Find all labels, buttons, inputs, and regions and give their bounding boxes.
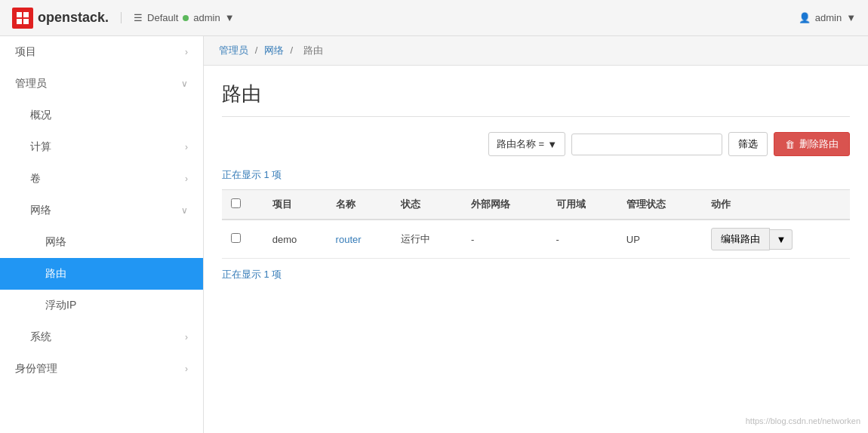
status-text-bottom: 正在显示 1 项 [222, 268, 850, 281]
delete-router-button[interactable]: 🗑 删除路由 [774, 132, 850, 156]
logo: openstack. [12, 8, 109, 29]
openstack-logo-icon [12, 8, 33, 29]
breadcrumb-sep1: / [255, 45, 260, 56]
sidebar-label-system: 系统 [30, 330, 51, 344]
navbar: openstack. ☰ Default admin ▼ 👤 admin ▼ [0, 0, 868, 36]
row-status: 运行中 [392, 220, 462, 259]
chevron-icon-network: ∨ [181, 205, 188, 216]
current-user: admin [193, 12, 220, 23]
navbar-user-dropdown: ▼ [846, 12, 856, 23]
navbar-left: openstack. ☰ Default admin ▼ [12, 8, 235, 29]
router-table: 项目 名称 状态 外部网络 可用域 管理状态 动作 demo router 运 [222, 189, 850, 259]
chevron-icon-project: › [185, 47, 188, 57]
sidebar-label-network: 网络 [30, 204, 51, 217]
sidebar-item-project[interactable]: 项目 › [0, 36, 203, 68]
col-status: 状态 [392, 190, 462, 220]
sidebar-item-compute[interactable]: 计算 › [0, 131, 203, 163]
breadcrumb-current: 路由 [303, 45, 323, 56]
action-group: 编辑路由 ▼ [711, 228, 841, 250]
sidebar-item-network-sub[interactable]: 网络 [0, 226, 203, 258]
project-dropdown-icon: ▼ [225, 12, 235, 23]
sidebar-label-admin: 管理员 [15, 77, 47, 91]
chevron-icon-system: › [185, 332, 188, 342]
row-checkbox-cell [222, 220, 263, 259]
col-action: 动作 [702, 190, 850, 220]
chevron-icon-admin: ∨ [181, 78, 188, 89]
filter-bar: 路由名称 = ▼ 筛选 🗑 删除路由 [222, 132, 850, 156]
watermark: https://blog.csdn.net/networken [746, 416, 860, 425]
row-project: demo [263, 220, 327, 259]
user-icon: 👤 [799, 12, 811, 23]
col-checkbox [222, 190, 263, 220]
svg-rect-3 [23, 19, 29, 24]
row-availability-zone: - [547, 220, 617, 259]
select-all-checkbox[interactable] [231, 198, 241, 208]
row-action-cell: 编辑路由 ▼ [702, 220, 850, 259]
action-dropdown-button[interactable]: ▼ [770, 229, 793, 250]
sidebar-label-identity: 身份管理 [15, 362, 57, 376]
sidebar-label-overview: 概况 [30, 109, 51, 122]
sidebar-label-compute: 计算 [30, 140, 51, 154]
logo-text: openstack. [38, 10, 109, 26]
sidebar-label-project: 项目 [15, 45, 36, 59]
edit-router-button[interactable]: 编辑路由 [711, 228, 770, 250]
project-switcher-icon: ☰ [134, 12, 143, 23]
row-checkbox[interactable] [231, 233, 241, 243]
sidebar-label-floating-ip: 浮动IP [45, 299, 76, 312]
filter-input[interactable] [571, 134, 722, 155]
filter-select[interactable]: 路由名称 = ▼ [488, 132, 565, 156]
content-area: 管理员 / 网络 / 路由 路由 路由名称 = ▼ 筛选 🗑 删除路由 [204, 36, 868, 433]
main-layout: 项目 › 管理员 ∨ 概况 计算 › 卷 › 网络 ∨ 网络 路由 浮动IP [0, 36, 868, 433]
sidebar-label-volumes: 卷 [30, 172, 41, 186]
page-content: 路由 路由名称 = ▼ 筛选 🗑 删除路由 正在显示 1 项 [204, 66, 868, 304]
chevron-icon-compute: › [185, 142, 188, 152]
svg-rect-0 [17, 12, 22, 17]
navbar-right[interactable]: 👤 admin ▼ [799, 12, 856, 23]
chevron-icon-volumes: › [185, 174, 188, 184]
page-title: 路由 [222, 81, 850, 117]
col-availability-zone: 可用域 [547, 190, 617, 220]
chevron-icon-identity: › [185, 364, 188, 374]
row-external-network: - [462, 220, 547, 259]
filter-select-dropdown-icon: ▼ [547, 139, 557, 150]
col-admin-state: 管理状态 [617, 190, 703, 220]
router-link[interactable]: router [336, 234, 362, 245]
status-dot [183, 15, 189, 21]
sidebar-label-network-sub: 网络 [45, 235, 66, 249]
table-row: demo router 运行中 - - UP 编辑路由 ▼ [222, 220, 850, 259]
sidebar-item-identity[interactable]: 身份管理 › [0, 353, 203, 385]
project-name: Default [147, 12, 178, 23]
sidebar-item-admin[interactable]: 管理员 ∨ [0, 68, 203, 100]
col-external-network: 外部网络 [462, 190, 547, 220]
filter-select-label: 路由名称 = [497, 137, 544, 151]
breadcrumb: 管理员 / 网络 / 路由 [204, 36, 868, 66]
delete-icon: 🗑 [785, 139, 795, 150]
project-switcher[interactable]: ☰ Default admin ▼ [121, 12, 235, 23]
sidebar-item-system[interactable]: 系统 › [0, 321, 203, 353]
svg-rect-2 [17, 19, 22, 24]
col-project: 项目 [263, 190, 327, 220]
filter-button[interactable]: 筛选 [728, 132, 768, 156]
sidebar-label-router: 路由 [45, 267, 66, 281]
table-header: 项目 名称 状态 外部网络 可用域 管理状态 动作 [222, 190, 850, 220]
sidebar-item-network[interactable]: 网络 ∨ [0, 195, 203, 226]
breadcrumb-sep2: / [290, 45, 295, 56]
row-name: router [327, 220, 392, 259]
sidebar: 项目 › 管理员 ∨ 概况 计算 › 卷 › 网络 ∨ 网络 路由 浮动IP [0, 36, 204, 433]
sidebar-item-floating-ip[interactable]: 浮动IP [0, 290, 203, 321]
row-admin-state: UP [617, 220, 703, 259]
sidebar-item-volumes[interactable]: 卷 › [0, 163, 203, 195]
sidebar-item-overview[interactable]: 概况 [0, 100, 203, 131]
col-name: 名称 [327, 190, 392, 220]
navbar-user-label: admin [815, 12, 842, 23]
delete-btn-label: 删除路由 [799, 137, 839, 151]
sidebar-item-router[interactable]: 路由 [0, 258, 203, 290]
table-body: demo router 运行中 - - UP 编辑路由 ▼ [222, 220, 850, 259]
svg-rect-1 [23, 12, 29, 17]
breadcrumb-network[interactable]: 网络 [264, 45, 284, 56]
status-text-top: 正在显示 1 项 [222, 168, 850, 182]
breadcrumb-admin[interactable]: 管理员 [219, 45, 248, 56]
